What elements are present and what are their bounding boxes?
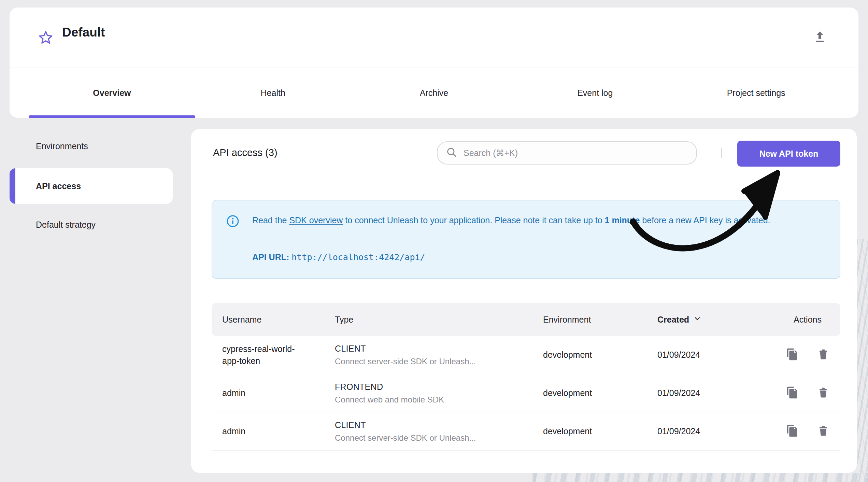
column-header-actions: Actions	[775, 315, 840, 325]
tab-event-log[interactable]: Event log	[514, 68, 675, 118]
tab-label: Event log	[577, 88, 613, 98]
delete-icon	[817, 348, 830, 362]
token-type-description: Connect server-side SDK or Unleash...	[335, 433, 532, 443]
delete-token-button[interactable]	[813, 383, 834, 404]
tab-label: Health	[261, 88, 285, 98]
token-environment: development	[532, 350, 647, 360]
alert-text-end: before a new API key is activated.	[640, 215, 770, 225]
new-api-token-button[interactable]: New API token	[737, 141, 840, 167]
sidebar-item-default-strategy[interactable]: Default strategy	[10, 211, 173, 238]
panel-header: API access (3) New API token	[191, 129, 857, 179]
token-type-description: Connect web and mobile SDK	[335, 395, 532, 405]
copy-icon	[785, 386, 799, 400]
search-icon	[446, 146, 457, 159]
sdk-info-alert: Read the SDK overview to connect Unleash…	[212, 200, 840, 279]
token-username: admin	[212, 387, 300, 399]
sidebar-item-label: Default strategy	[36, 220, 96, 230]
sidebar-item-api-access[interactable]: API access	[10, 168, 173, 204]
token-created-date: 01/09/2024	[647, 350, 775, 360]
search-input[interactable]	[464, 148, 688, 158]
project-tabs: Overview Health Archive Event log Projec…	[31, 68, 837, 118]
column-header-environment[interactable]: Environment	[532, 315, 647, 325]
project-title-row: Default	[10, 8, 858, 68]
tab-label: Archive	[420, 88, 448, 98]
copy-icon	[785, 348, 799, 362]
table-row: admin CLIENT Connect server-side SDK or …	[212, 412, 840, 451]
column-header-label: Created	[657, 315, 689, 325]
sidebar-item-label: Environments	[36, 141, 88, 151]
page-title: Default	[62, 25, 105, 40]
tab-label: Overview	[93, 88, 131, 98]
tab-health[interactable]: Health	[193, 68, 354, 118]
token-type: FRONTEND	[335, 382, 532, 392]
star-outline-icon	[38, 30, 54, 47]
app-screen: Default Overview Health Archive	[0, 0, 868, 482]
sidebar-item-environments[interactable]: Environments	[10, 132, 173, 160]
token-type-description: Connect server-side SDK or Unleash...	[335, 357, 532, 366]
chevron-down-icon	[693, 314, 701, 325]
api-url-label: API URL	[252, 252, 286, 262]
delete-icon	[817, 386, 830, 400]
alert-text-start: Read the	[252, 215, 289, 225]
info-icon	[226, 215, 239, 229]
api-url-value: http://localhost:4242/api/	[291, 252, 425, 262]
token-type-cell: CLIENT Connect server-side SDK or Unleas…	[324, 420, 532, 443]
sidebar-item-label: API access	[36, 181, 81, 191]
column-header-username[interactable]: Username	[212, 315, 324, 325]
tab-overview[interactable]: Overview	[31, 68, 193, 118]
copy-token-button[interactable]	[781, 383, 802, 404]
project-header-card: Default Overview Health Archive	[10, 8, 858, 118]
token-environment: development	[532, 388, 647, 398]
token-environment: development	[532, 426, 647, 436]
table-header-row: Username Type Environment Created Action…	[212, 303, 840, 336]
token-created-date: 01/09/2024	[647, 388, 775, 398]
column-header-type[interactable]: Type	[324, 315, 532, 325]
api-access-panel: API access (3) New API token	[191, 129, 857, 473]
table-row: admin FRONTEND Connect web and mobile SD…	[212, 374, 840, 412]
token-actions-cell	[775, 383, 840, 404]
alert-text-bold: 1 minute	[605, 215, 640, 225]
background-texture	[857, 239, 868, 482]
copy-token-button[interactable]	[781, 344, 802, 366]
token-type-cell: CLIENT Connect server-side SDK or Unleas…	[324, 344, 532, 366]
sdk-overview-link[interactable]: SDK overview	[289, 215, 343, 225]
token-type: CLIENT	[335, 344, 532, 354]
token-username: cypress-real-world-app-token	[212, 343, 300, 367]
api-tokens-table: Username Type Environment Created Action…	[212, 303, 840, 451]
token-created-date: 01/09/2024	[647, 426, 775, 436]
token-username: admin	[212, 425, 300, 437]
favorite-button[interactable]	[37, 29, 55, 47]
tab-project-settings[interactable]: Project settings	[675, 68, 837, 118]
export-button[interactable]	[811, 29, 829, 47]
alert-text-middle: to connect Unleash to your application. …	[343, 215, 604, 225]
tab-label: Project settings	[727, 88, 785, 98]
alert-message: Read the SDK overview to connect Unleash…	[252, 213, 826, 227]
panel-title: API access (3)	[213, 147, 278, 158]
token-type: CLIENT	[335, 420, 532, 430]
table-row: cypress-real-world-app-token CLIENT Conn…	[212, 336, 840, 374]
tab-archive[interactable]: Archive	[354, 68, 515, 118]
header-divider	[721, 148, 722, 158]
api-url-row: API URL: http://localhost:4242/api/	[252, 252, 425, 262]
token-type-cell: FRONTEND Connect web and mobile SDK	[324, 382, 532, 405]
copy-icon	[785, 424, 799, 439]
search-box[interactable]	[437, 141, 697, 165]
delete-token-button[interactable]	[813, 344, 834, 366]
delete-icon	[817, 424, 830, 438]
delete-token-button[interactable]	[813, 421, 834, 442]
column-header-created[interactable]: Created	[647, 314, 775, 325]
copy-token-button[interactable]	[781, 421, 802, 442]
token-actions-cell	[775, 344, 840, 366]
token-actions-cell	[775, 421, 840, 442]
api-url-separator: :	[286, 252, 291, 262]
background-texture	[532, 473, 868, 482]
file-upload-icon	[812, 30, 828, 46]
